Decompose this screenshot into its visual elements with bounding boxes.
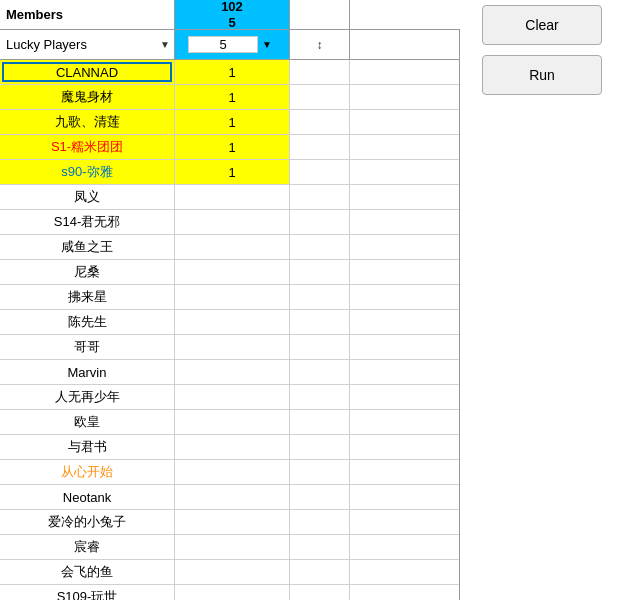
row-extra-cell <box>350 335 460 359</box>
row-sort-cell <box>290 360 350 384</box>
row-name-cell: CLANNAD <box>0 60 175 84</box>
row-name-text: 尼桑 <box>0 260 175 284</box>
row-sort-cell <box>290 410 350 434</box>
table-row: 爱冷的小兔子 <box>0 510 459 535</box>
row-name-text: 与君书 <box>0 435 175 459</box>
sort-icon-cell[interactable]: ↕ <box>290 30 350 59</box>
row-mid-cell <box>175 460 290 484</box>
row-extra-cell <box>350 460 460 484</box>
table-row: 魔鬼身材1 <box>0 85 459 110</box>
sort-header <box>290 0 350 29</box>
row-extra-cell <box>350 160 460 184</box>
row-extra-cell <box>350 435 460 459</box>
row-sort-cell <box>290 385 350 409</box>
header-row: Members 102 5 <box>0 0 459 30</box>
row-sort-cell <box>290 310 350 334</box>
row-sort-cell <box>290 85 350 109</box>
row-extra-cell <box>350 85 460 109</box>
subheader-extra <box>350 30 460 59</box>
row-extra-cell <box>350 110 460 134</box>
row-mid-cell <box>175 485 290 509</box>
row-mid-cell: 1 <box>175 60 290 84</box>
row-extra-cell <box>350 585 460 600</box>
row-name-text: Neotank <box>0 485 175 509</box>
row-extra-cell <box>350 310 460 334</box>
row-sort-cell <box>290 185 350 209</box>
row-name-text: s90-弥雅 <box>0 160 175 184</box>
sort-icon: ↕ <box>317 38 323 52</box>
table-row: 宸睿 <box>0 535 459 560</box>
row-sort-cell <box>290 260 350 284</box>
row-mid-cell <box>175 235 290 259</box>
row-mid-cell <box>175 410 290 434</box>
number-header: 102 5 <box>175 0 290 29</box>
row-name-text: 九歌、清莲 <box>0 110 175 134</box>
table-row: 哥哥 <box>0 335 459 360</box>
row-sort-cell <box>290 285 350 309</box>
row-sort-cell <box>290 160 350 184</box>
row-mid-cell <box>175 210 290 234</box>
row-sort-cell <box>290 435 350 459</box>
lucky-dropdown-arrow[interactable]: ▼ <box>156 30 174 59</box>
row-name-text: S1-糯米团团 <box>0 135 175 159</box>
lucky-players-cell: Lucky Players ▼ <box>0 30 175 59</box>
row-mid-cell: 1 <box>175 85 290 109</box>
table-row: 尼桑 <box>0 260 459 285</box>
table-row: Neotank <box>0 485 459 510</box>
members-header: Members <box>0 0 175 29</box>
clear-button[interactable]: Clear <box>482 5 602 45</box>
row-extra-cell <box>350 135 460 159</box>
row-mid-cell <box>175 260 290 284</box>
row-name-text: 欧皇 <box>0 410 175 434</box>
row-extra-cell <box>350 60 460 84</box>
value-dropdown-arrow[interactable]: ▼ <box>258 39 276 50</box>
table-row: 咸鱼之王 <box>0 235 459 260</box>
row-mid-cell <box>175 285 290 309</box>
run-button[interactable]: Run <box>482 55 602 95</box>
row-mid-cell <box>175 360 290 384</box>
row-mid-cell <box>175 560 290 584</box>
lucky-value-cell: ▼ <box>175 30 290 59</box>
table-row: 九歌、清莲1 <box>0 110 459 135</box>
row-name-text: 人无再少年 <box>0 385 175 409</box>
row-mid-cell: 1 <box>175 135 290 159</box>
table-row: 欧皇 <box>0 410 459 435</box>
row-mid-cell: 1 <box>175 160 290 184</box>
row-name-text: 陈先生 <box>0 310 175 334</box>
table-row: 拂来星 <box>0 285 459 310</box>
row-sort-cell <box>290 235 350 259</box>
lucky-value-input[interactable] <box>188 36 258 53</box>
table-row: Marvin <box>0 360 459 385</box>
table-row: 从心开始 <box>0 460 459 485</box>
row-name-text: Marvin <box>0 360 175 384</box>
row-extra-cell <box>350 285 460 309</box>
row-extra-cell <box>350 360 460 384</box>
table-row: S109-玩世 <box>0 585 459 600</box>
subheader-row: Lucky Players ▼ ▼ ↕ <box>0 30 459 60</box>
row-name-text: 拂来星 <box>0 285 175 309</box>
row-mid-cell <box>175 510 290 534</box>
row-sort-cell <box>290 510 350 534</box>
row-extra-cell <box>350 385 460 409</box>
table-row: 陈先生 <box>0 310 459 335</box>
row-mid-cell <box>175 335 290 359</box>
right-panel: Clear Run <box>460 0 624 600</box>
row-name-text: S109-玩世 <box>0 585 175 600</box>
row-sort-cell <box>290 135 350 159</box>
row-mid-cell: 1 <box>175 110 290 134</box>
row-sort-cell <box>290 335 350 359</box>
table-row: 人无再少年 <box>0 385 459 410</box>
row-mid-cell <box>175 535 290 559</box>
row-sort-cell <box>290 210 350 234</box>
row-extra-cell <box>350 535 460 559</box>
row-extra-cell <box>350 260 460 284</box>
row-sort-cell <box>290 560 350 584</box>
table-row: S1-糯米团团1 <box>0 135 459 160</box>
table-row: s90-弥雅1 <box>0 160 459 185</box>
row-name-text: S14-君无邪 <box>0 210 175 234</box>
row-sort-cell <box>290 460 350 484</box>
row-name-text: CLANNAD <box>2 62 172 82</box>
row-extra-cell <box>350 510 460 534</box>
table-row: 会飞的鱼 <box>0 560 459 585</box>
row-extra-cell <box>350 485 460 509</box>
